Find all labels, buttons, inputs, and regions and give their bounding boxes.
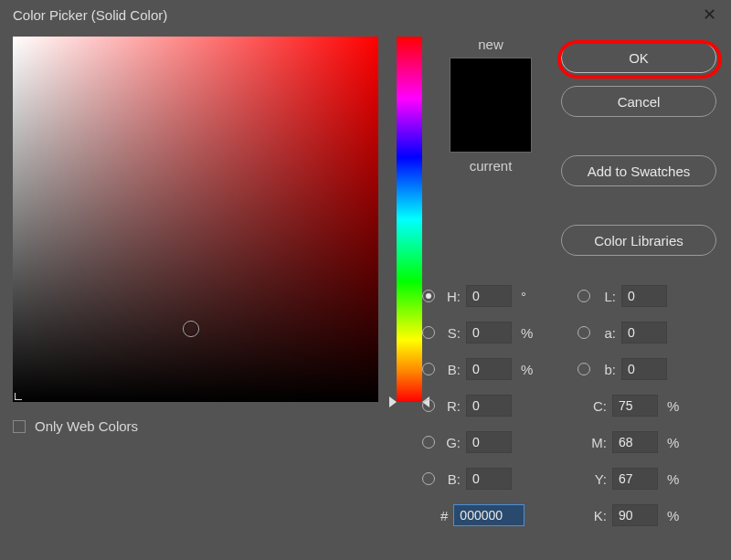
new-color-swatch[interactable] xyxy=(450,58,531,105)
label-brightness: B: xyxy=(440,362,461,377)
radio-s[interactable] xyxy=(422,326,435,339)
current-color-swatch[interactable] xyxy=(450,105,531,152)
label-l: L: xyxy=(596,289,616,304)
input-m[interactable] xyxy=(612,431,658,453)
label-y: Y: xyxy=(577,471,607,487)
row-hex-k: # K: % xyxy=(422,497,724,534)
label-r: R: xyxy=(440,398,461,414)
window-title: Color Picker (Solid Color) xyxy=(13,7,167,23)
input-s[interactable] xyxy=(466,322,512,343)
only-web-colors-label: Only Web Colors xyxy=(35,418,138,434)
hash-label: # xyxy=(440,508,448,523)
cancel-button[interactable]: Cancel xyxy=(561,86,716,117)
color-swatch xyxy=(450,58,532,153)
radio-g[interactable] xyxy=(422,436,435,449)
label-m: M: xyxy=(577,435,607,450)
color-fields: H: ° L: S: % a: B: % b: R: xyxy=(422,278,724,534)
input-c[interactable] xyxy=(612,395,658,417)
input-b[interactable] xyxy=(621,358,667,380)
radio-l[interactable] xyxy=(577,290,590,302)
radio-a[interactable] xyxy=(577,326,590,339)
label-blue: B: xyxy=(440,471,461,487)
label-b: b: xyxy=(596,362,616,377)
unit-y: % xyxy=(667,471,682,487)
input-brightness[interactable] xyxy=(466,358,512,380)
input-y[interactable] xyxy=(612,468,658,490)
corner-marker-icon xyxy=(15,393,22,400)
unit-k: % xyxy=(667,508,682,523)
current-label: current xyxy=(440,158,541,174)
row-g-m: G: M: % xyxy=(422,424,724,460)
row-b-y: B: Y: % xyxy=(422,460,724,497)
color-preview: new current xyxy=(440,37,541,174)
unit-h: ° xyxy=(521,289,535,304)
input-h[interactable] xyxy=(466,285,512,307)
unit-s: % xyxy=(521,325,535,341)
label-c: C: xyxy=(577,398,607,414)
saturation-value-box[interactable] xyxy=(13,37,378,402)
label-s: S: xyxy=(440,325,461,341)
unit-c: % xyxy=(667,398,682,414)
unit-m: % xyxy=(667,435,682,450)
only-web-colors-row: Only Web Colors xyxy=(13,418,389,434)
ok-button[interactable]: OK xyxy=(561,42,716,73)
radio-blue[interactable] xyxy=(422,472,435,485)
color-libraries-button[interactable]: Color Libraries xyxy=(561,225,716,256)
only-web-colors-checkbox[interactable] xyxy=(13,420,26,433)
radio-r[interactable] xyxy=(422,399,435,412)
input-g[interactable] xyxy=(466,431,512,453)
row-h-l: H: ° L: xyxy=(422,278,724,314)
new-label: new xyxy=(440,37,541,52)
row-s-a: S: % a: xyxy=(422,314,724,351)
input-r[interactable] xyxy=(466,395,512,417)
row-bv-b: B: % b: xyxy=(422,351,724,387)
titlebar: Color Picker (Solid Color) ✕ xyxy=(0,0,731,29)
radio-h[interactable] xyxy=(422,290,435,302)
input-k[interactable] xyxy=(612,504,658,526)
input-blue[interactable] xyxy=(466,468,512,490)
radio-brightness[interactable] xyxy=(422,363,435,375)
unit-brightness: % xyxy=(521,362,535,377)
label-k: K: xyxy=(577,508,607,523)
row-r-c: R: C: % xyxy=(422,387,724,424)
label-g: G: xyxy=(440,435,461,450)
label-h: H: xyxy=(440,289,461,304)
content: Only Web Colors new current OK Cancel Ad… xyxy=(0,29,731,447)
color-selector-ring[interactable] xyxy=(183,321,199,337)
input-a[interactable] xyxy=(621,322,667,343)
label-a: a: xyxy=(596,325,616,341)
add-to-swatches-button[interactable]: Add to Swatches xyxy=(561,155,716,186)
input-l[interactable] xyxy=(621,285,667,307)
left-panel: Only Web Colors xyxy=(13,37,389,434)
radio-b[interactable] xyxy=(577,363,590,375)
button-column: OK Cancel Add to Swatches Color Librarie… xyxy=(561,42,716,269)
close-icon[interactable]: ✕ xyxy=(695,1,724,28)
input-hex[interactable] xyxy=(453,504,524,526)
